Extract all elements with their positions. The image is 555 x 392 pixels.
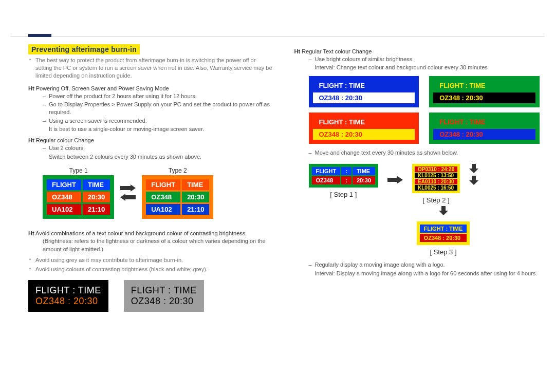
step2-box: OP0310 : 24:20 KL0125 : 13:50 EA0110 : 2… [412, 164, 460, 204]
left-column: Preventing afterimage burn-in The best w… [28, 44, 274, 312]
s1-r1: OZ348 [312, 176, 341, 184]
ht4-a: Use bright colours of similar brightness… [309, 55, 540, 63]
ht4-c-note: Interval: Display a moving image along w… [309, 270, 540, 277]
arrow-right-icon [120, 184, 136, 193]
s1-r2: 20:30 [353, 176, 375, 184]
ht2-label: Ht [28, 137, 34, 143]
arrow-down-icon [469, 164, 478, 174]
t1-h2: TIME [83, 179, 110, 190]
t2-r1c1: OZ348 [146, 192, 180, 202]
avoid1: Avoid using grey as it may contribute to… [28, 256, 274, 264]
content-columns: Preventing afterimage burn-in The best w… [0, 36, 555, 312]
svg-marker-5 [439, 206, 448, 215]
black-box-l1: FLIGHT : TIME [35, 285, 101, 296]
ht4-c: Regularly display a moving image along w… [309, 261, 540, 269]
t1-r2c2: 21:10 [83, 204, 110, 215]
tile-red-h: FLIGHT : TIME [313, 117, 415, 127]
type2-group: Type 2 FLIGHTTIME OZ34820:30 UA10221:10 [142, 167, 213, 219]
t2-r2c2: 21:10 [182, 204, 209, 215]
intro-list: The best way to protect the product from… [28, 57, 274, 80]
header-rule [10, 15, 545, 36]
tile-blue-r: OZ348 : 20:30 [313, 92, 415, 103]
t2-r2c1: UA102 [146, 204, 180, 215]
intro-text: The best way to protect the product from… [28, 57, 274, 80]
svg-marker-2 [387, 176, 403, 184]
arrow-down-icon [469, 176, 478, 186]
black-box-l2: OZ348 : 20:30 [35, 296, 101, 307]
s1-rsep: : [341, 176, 351, 184]
header-accent-block [28, 34, 51, 37]
ht4-block: Ht Regular Text colour Change Use bright… [294, 44, 540, 72]
svg-marker-3 [469, 164, 478, 173]
t1-h1: FLIGHT [47, 179, 81, 190]
t2-h2: TIME [182, 179, 209, 190]
svg-marker-4 [469, 176, 478, 185]
step-arrow-right [387, 176, 403, 185]
type1-group: Type 1 FLIGHTTIME OZ34820:30 UA10221:10 [43, 167, 114, 219]
type1-table: FLIGHTTIME OZ34820:30 UA10221:10 [43, 175, 114, 219]
ht4-title: Regular Text colour Change [302, 48, 372, 54]
step-row: FLIGHT:TIME OZ348:20:30 [ Step 1 ] OP031… [309, 164, 540, 204]
tile-greenb-h: FLIGHT : TIME [433, 117, 535, 127]
ht1-title: Powering Off, Screen Saver and Power Sav… [36, 85, 169, 91]
grey-box-l2: OZ348 : 20:30 [131, 296, 197, 307]
t2-r1c2: 20:30 [182, 192, 209, 202]
step1-label: [ Step 1 ] [330, 191, 357, 198]
t1-r2c1: UA102 [47, 204, 81, 215]
s3-r: OZ348 : 20:30 [420, 234, 467, 242]
grey-box: FLIGHT : TIME OZ348 : 20:30 [124, 280, 204, 312]
section-title: Preventing afterimage burn-in [28, 44, 140, 54]
ht4-sub-a: Use bright colours of similar brightness… [309, 55, 540, 72]
t1-r1c1: OZ348 [47, 192, 81, 202]
ht1-item-c-note: It is best to use a single-colour or mov… [43, 125, 274, 133]
tile-green-r: OZ348 : 20:30 [433, 92, 535, 103]
step1-table: FLIGHT:TIME OZ348:20:30 [309, 164, 379, 188]
ht1-label: Ht [28, 85, 34, 91]
swap-arrows [120, 184, 136, 202]
types-row: Type 1 FLIGHTTIME OZ34820:30 UA10221:10 … [43, 167, 274, 219]
ht1-block: Ht Powering Off, Screen Saver and Power … [28, 81, 274, 134]
svg-marker-1 [120, 194, 136, 201]
grey-box-l1: FLIGHT : TIME [131, 285, 197, 296]
ht3-title: Avoid combinations of a text colour and … [35, 230, 247, 236]
ht3-block: Ht Avoid combinations of a text colour a… [28, 226, 274, 253]
type2-label: Type 2 [142, 167, 213, 174]
tile-blue-h: FLIGHT : TIME [313, 80, 415, 91]
tile-red-r: OZ348 : 20:30 [313, 129, 415, 140]
s2-a: OP0310 : 24:20 [415, 166, 457, 172]
step2-to-step3-arrow [397, 206, 490, 216]
arrow-left-icon [120, 194, 136, 202]
ht4-sub-c: Regularly display a moving image along w… [309, 261, 540, 277]
ht1-item-b: Go to Display Properties > Power Supply … [43, 101, 274, 117]
arrow-right-icon [387, 179, 403, 185]
step1-box: FLIGHT:TIME OZ348:20:30 [ Step 1 ] [309, 164, 379, 198]
black-box: FLIGHT : TIME OZ348 : 20:30 [28, 280, 108, 312]
ht4-b: Move and change text every 30 minutes as… [309, 149, 540, 157]
t2-h1: FLIGHT [146, 179, 180, 190]
step-arrows-down [469, 164, 478, 186]
colour-tiles-grid: FLIGHT : TIME OZ348 : 20:30 FLIGHT : TIM… [309, 76, 540, 144]
tile-greenb: FLIGHT : TIME OZ348 : 20:30 [429, 113, 540, 144]
avoid-list: Avoid using grey as it may contribute to… [28, 256, 274, 273]
ht4-sub-b: Move and change text every 30 minutes as… [309, 149, 540, 157]
ht1-item-a: Power off the product for 2 hours after … [43, 92, 274, 100]
tile-green-h: FLIGHT : TIME [433, 80, 535, 91]
s1-h1: FLIGHT [312, 167, 341, 175]
ht4-label: Ht [294, 48, 301, 54]
contrast-boxes: FLIGHT : TIME OZ348 : 20:30 FLIGHT : TIM… [28, 275, 274, 312]
ht3-label: Ht [28, 230, 34, 236]
arrow-down-icon [439, 210, 448, 216]
s3-h: FLIGHT : TIME [420, 225, 467, 233]
s2-d: KL0025 : 16:50 [415, 185, 457, 191]
step3-label: [ Step 3 ] [430, 248, 456, 256]
tile-greenb-r: OZ348 : 20:30 [433, 129, 535, 140]
step3-table: FLIGHT : TIME OZ348 : 20:30 [417, 221, 470, 245]
s1-hsep: : [341, 167, 351, 175]
tile-green: FLIGHT : TIME OZ348 : 20:30 [429, 76, 540, 107]
type1-label: Type 1 [43, 167, 114, 174]
ht2-item-a-note: Switch between 2 colours every 30 minute… [43, 153, 274, 161]
avoid2: Avoid using colours of contrasting brigh… [28, 266, 274, 273]
step2-label: [ Step 2 ] [423, 196, 450, 204]
tile-red: FLIGHT : TIME OZ348 : 20:30 [309, 113, 419, 144]
s1-h2: TIME [353, 167, 375, 175]
